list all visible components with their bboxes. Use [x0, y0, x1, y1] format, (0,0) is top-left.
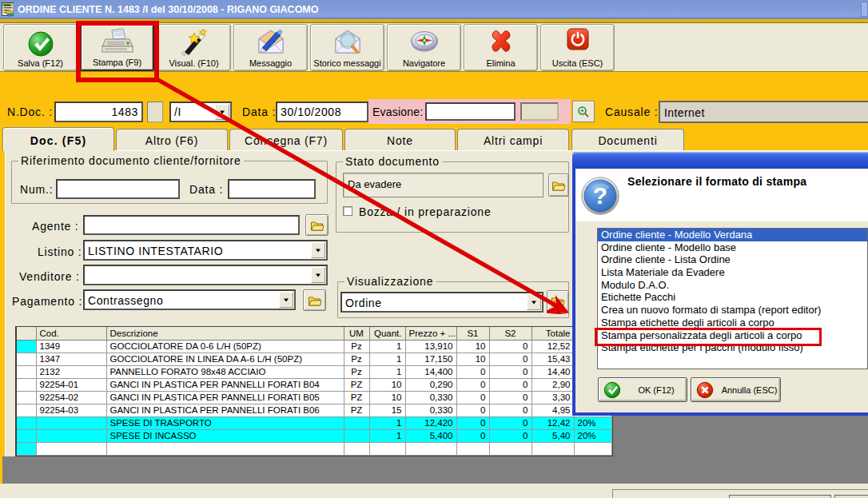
svg-text:?: ?	[593, 182, 607, 209]
